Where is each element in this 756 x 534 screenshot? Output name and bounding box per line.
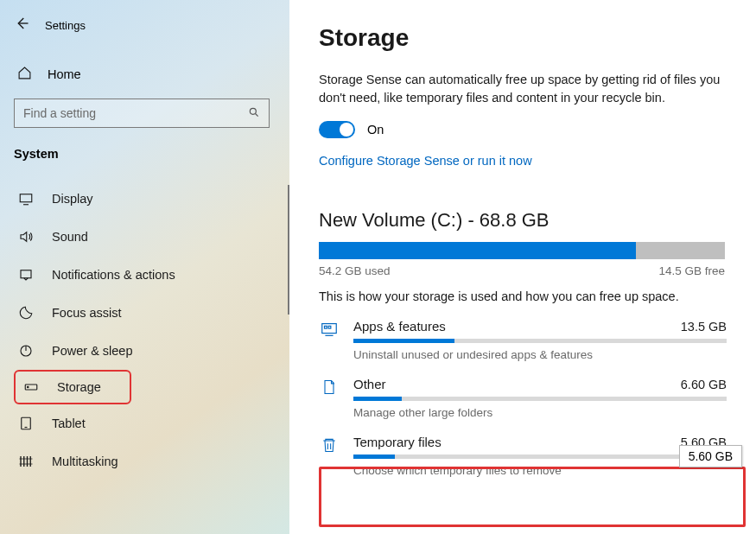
- settings-label: Settings: [45, 19, 86, 32]
- multitasking-icon: [17, 454, 35, 469]
- sidebar-item-label: Notifications & actions: [52, 268, 175, 282]
- sidebar-item-focus-assist[interactable]: Focus assist: [14, 294, 276, 332]
- search-icon: [248, 106, 260, 121]
- storage-item-size: 6.60 GB: [681, 378, 727, 391]
- storage-item-name: Temporary files: [353, 435, 442, 449]
- sidebar: Settings Home Find a setting System Disp…: [0, 0, 289, 534]
- category-label: System: [14, 147, 276, 161]
- sidebar-item-notifications[interactable]: Notifications & actions: [14, 256, 276, 294]
- configure-storage-sense-link[interactable]: Configure Storage Sense or run it now: [319, 154, 727, 168]
- sidebar-item-label: Tablet: [52, 416, 86, 430]
- volume-used-label: 54.2 GB used: [319, 264, 391, 277]
- toggle-state-label: On: [367, 123, 384, 137]
- usage-description: This is how your storage is used and how…: [319, 289, 727, 303]
- page-title: Storage: [319, 24, 727, 52]
- search-placeholder: Find a setting: [23, 106, 96, 120]
- sidebar-item-label: Multitasking: [52, 455, 118, 468]
- svg-rect-8: [325, 326, 327, 328]
- sidebar-item-display[interactable]: Display: [14, 180, 276, 218]
- storage-icon: [22, 379, 40, 395]
- svg-point-0: [250, 108, 256, 114]
- focus-assist-icon: [17, 305, 35, 321]
- storage-item-name: Other: [353, 377, 386, 391]
- sidebar-item-label: Sound: [52, 230, 88, 244]
- storage-item-sub: Manage other large folders: [353, 406, 727, 419]
- sidebar-item-sound[interactable]: Sound: [14, 218, 276, 256]
- storage-item-sub: Uninstall unused or undesired apps & fea…: [353, 348, 727, 361]
- storage-sense-description: Storage Sense can automatically free up …: [319, 71, 725, 107]
- volume-title: New Volume (C:) - 68.8 GB: [319, 209, 727, 232]
- storage-item-name: Apps & features: [353, 319, 446, 334]
- power-icon: [17, 343, 35, 359]
- sidebar-item-label: Focus assist: [52, 306, 122, 320]
- sidebar-item-label: Power & sleep: [52, 344, 133, 358]
- search-input[interactable]: Find a setting: [14, 99, 270, 128]
- tooltip: 5.60 GB: [679, 445, 742, 467]
- storage-item-bar: [353, 339, 727, 343]
- storage-item-other[interactable]: Other 6.60 GB Manage other large folders: [319, 377, 727, 419]
- sidebar-item-multitasking[interactable]: Multitasking: [14, 442, 276, 480]
- svg-point-5: [28, 386, 29, 388]
- annotation-highlight-temporary-files: [319, 467, 746, 527]
- tablet-icon: [17, 416, 35, 431]
- volume-free-label: 14.5 GB free: [658, 264, 725, 277]
- sidebar-home[interactable]: Home: [14, 62, 276, 86]
- back-icon[interactable]: [14, 16, 29, 35]
- nav-list: Display Sound Notifications & actions Fo…: [14, 180, 276, 480]
- storage-item-apps[interactable]: Apps & features 13.5 GB Uninstall unused…: [319, 319, 727, 361]
- storage-item-size: 13.5 GB: [681, 320, 727, 334]
- display-icon: [17, 191, 35, 207]
- sidebar-item-label: Storage: [57, 380, 101, 394]
- apps-icon: [319, 319, 340, 340]
- sound-icon: [17, 229, 35, 245]
- other-icon: [319, 377, 340, 397]
- svg-rect-2: [21, 270, 31, 278]
- trash-icon: [319, 435, 340, 455]
- svg-rect-1: [20, 194, 32, 202]
- sidebar-item-power-sleep[interactable]: Power & sleep: [14, 332, 276, 370]
- home-icon: [17, 66, 32, 84]
- svg-rect-9: [328, 326, 331, 328]
- volume-usage-bar: [319, 242, 725, 259]
- storage-sense-toggle[interactable]: [319, 121, 355, 138]
- storage-item-bar: [353, 397, 727, 401]
- sidebar-item-label: Display: [52, 192, 93, 206]
- sidebar-item-tablet[interactable]: Tablet: [14, 404, 276, 442]
- sidebar-item-storage[interactable]: Storage: [14, 370, 131, 404]
- home-label: Home: [48, 67, 81, 81]
- notifications-icon: [17, 267, 35, 283]
- storage-item-bar: [353, 455, 727, 459]
